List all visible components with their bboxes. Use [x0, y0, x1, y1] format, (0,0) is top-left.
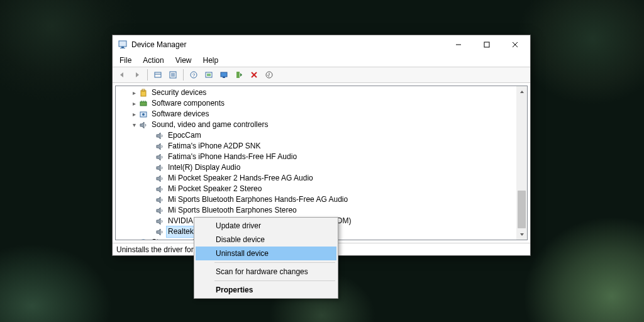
app-icon	[118, 40, 128, 50]
context-menu-label: Uninstall device	[216, 249, 269, 258]
help-button[interactable]: ?	[187, 68, 201, 82]
tree-device[interactable]: Fatima's iPhone A2DP SNK	[116, 141, 527, 152]
tree-device[interactable]: EpocCam	[116, 130, 527, 141]
show-hidden-button[interactable]	[151, 68, 165, 82]
scroll-up-icon[interactable]	[516, 86, 527, 97]
expander-icon	[146, 153, 155, 162]
context-menu-separator	[214, 280, 335, 281]
security-icon	[138, 88, 148, 98]
svg-rect-19	[236, 72, 240, 78]
svg-rect-18	[223, 77, 225, 78]
component-icon	[138, 99, 148, 109]
tree-node-label: Mi Pocket Speaker 2 Stereo	[167, 184, 263, 194]
storage-icon	[138, 238, 148, 240]
expander-icon	[146, 142, 155, 151]
tree-device[interactable]: Mi Sports Bluetooth Earphones Hands-Free…	[116, 194, 527, 205]
tree-node-label: Mi Sports Bluetooth Earphones Hands-Free…	[167, 194, 349, 205]
tree-node-label: Software components	[150, 98, 226, 109]
uninstall-button[interactable]	[247, 68, 261, 82]
tree-category[interactable]: ▸Software components	[116, 98, 527, 109]
scan-button[interactable]	[202, 68, 216, 82]
tree-category[interactable]: ▸Software devices	[116, 109, 527, 119]
tree-category-sound[interactable]: ▾Sound, video and game controllers	[116, 119, 527, 130]
speaker-icon	[155, 206, 165, 216]
context-menu-item[interactable]: Uninstall device	[196, 247, 336, 260]
context-menu-item[interactable]: Update driver	[196, 219, 336, 233]
tree-device[interactable]: Mi Pocket Speaker 2 Hands-Free AG Audio	[116, 173, 527, 184]
properties-button[interactable]	[166, 68, 180, 82]
speaker-icon	[155, 142, 165, 152]
svg-rect-7	[155, 72, 161, 77]
update-driver-button[interactable]	[217, 68, 231, 82]
titlebar[interactable]: Device Manager	[113, 35, 530, 54]
expander-icon[interactable]: ▸	[130, 99, 138, 108]
context-menu-label: Disable device	[216, 235, 265, 244]
expander-icon	[146, 206, 155, 215]
expander-icon[interactable]: ▸	[130, 89, 138, 97]
tree-node-label: Security devices	[150, 87, 208, 98]
menubar: File Action View Help	[113, 54, 530, 67]
tree-node-label: Mi Pocket Speaker 2 Hands-Free AG Audio	[167, 173, 314, 184]
svg-point-30	[142, 113, 145, 116]
speaker-icon	[138, 120, 148, 130]
context-menu-item[interactable]: Disable device	[196, 233, 336, 247]
close-button[interactable]	[501, 36, 529, 54]
vertical-scrollbar[interactable]	[516, 86, 527, 240]
svg-rect-25	[140, 102, 147, 106]
speaker-icon	[155, 227, 165, 237]
tree-device[interactable]: Mi Pocket Speaker 2 Stereo	[116, 184, 527, 194]
swdev-icon	[138, 109, 148, 119]
context-menu-label: Properties	[216, 286, 253, 294]
tree-device[interactable]: Fatima's iPhone Hands-Free HF Audio	[116, 152, 527, 162]
speaker-icon	[155, 131, 165, 141]
tree-device[interactable]: Mi Sports Bluetooth Earphones Stereo	[116, 205, 527, 216]
expander-icon	[146, 174, 155, 183]
context-menu: Update driverDisable deviceUninstall dev…	[194, 217, 338, 299]
speaker-icon	[155, 174, 165, 184]
speaker-icon	[155, 152, 165, 162]
forward-button[interactable]	[130, 68, 144, 82]
menu-view[interactable]: View	[171, 55, 196, 66]
speaker-icon	[155, 216, 165, 226]
context-menu-item[interactable]: Scan for hardware changes	[196, 265, 336, 279]
context-menu-label: Scan for hardware changes	[216, 267, 308, 276]
scan-hardware-button[interactable]	[262, 68, 276, 82]
minimize-button[interactable]	[444, 36, 472, 54]
expander-icon[interactable]: ▸	[130, 238, 138, 240]
menu-action[interactable]: Action	[138, 55, 168, 66]
svg-rect-4	[484, 42, 489, 47]
expander-icon[interactable]: ▾	[130, 121, 138, 130]
tree-node-label: Sound, video and game controllers	[150, 119, 269, 130]
expander-icon	[146, 185, 155, 194]
scroll-thumb[interactable]	[518, 191, 526, 228]
menu-help[interactable]: Help	[199, 55, 223, 66]
svg-rect-17	[221, 72, 227, 77]
svg-text:?: ?	[192, 72, 196, 78]
expander-icon	[146, 217, 155, 226]
expander-icon	[146, 131, 155, 140]
svg-point-31	[140, 240, 147, 240]
svg-rect-2	[120, 48, 125, 48]
tree-category[interactable]: ▸Security devices	[116, 87, 527, 98]
toolbar-separator	[147, 69, 148, 80]
speaker-icon	[155, 184, 165, 194]
expander-icon	[146, 196, 155, 204]
tree-device[interactable]: Intel(R) Display Audio	[116, 162, 527, 173]
svg-rect-0	[119, 41, 126, 47]
tree-node-label: Fatima's iPhone Hands-Free HF Audio	[167, 152, 298, 162]
context-menu-separator	[214, 262, 335, 263]
menu-file[interactable]: File	[115, 55, 136, 66]
expander-icon	[146, 164, 155, 172]
maximize-button[interactable]	[472, 36, 501, 54]
context-menu-item[interactable]: Properties	[196, 283, 336, 297]
toolbar: ?	[113, 67, 530, 83]
speaker-icon	[155, 195, 165, 205]
expander-icon	[146, 228, 155, 236]
enable-button[interactable]	[232, 68, 246, 82]
svg-rect-1	[121, 47, 124, 48]
expander-icon[interactable]: ▸	[130, 110, 138, 119]
back-button[interactable]	[115, 68, 129, 82]
tree-node-label: EpocCam	[167, 130, 203, 141]
speaker-icon	[155, 163, 165, 173]
scroll-down-icon[interactable]	[516, 229, 527, 240]
